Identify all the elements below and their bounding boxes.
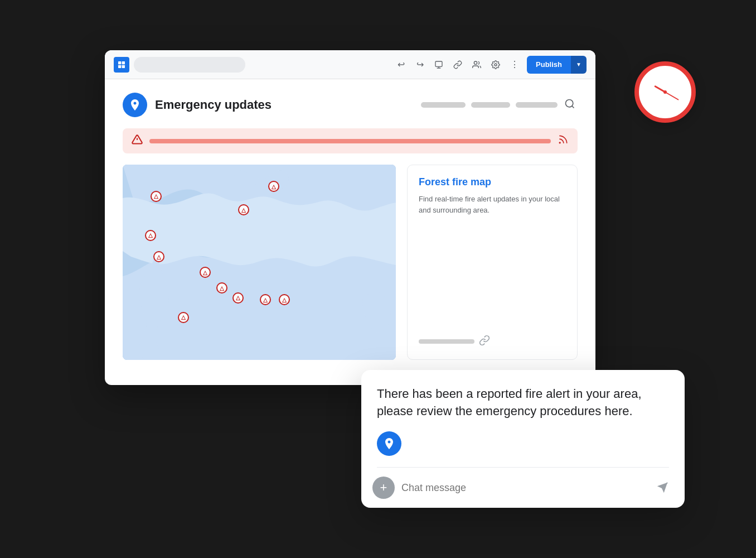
link-chain-icon[interactable] <box>479 335 490 348</box>
svg-rect-4 <box>435 61 442 66</box>
undo-icon[interactable]: ↩ <box>393 57 409 73</box>
chat-send-button[interactable] <box>651 477 673 499</box>
settings-icon[interactable] <box>488 57 503 73</box>
more-icon[interactable]: ⋮ <box>507 57 522 73</box>
browser-logo <box>114 57 129 73</box>
svg-rect-2 <box>118 65 121 68</box>
chat-message-input[interactable] <box>401 482 644 494</box>
fire-marker: △ <box>177 311 190 324</box>
publish-arrow-button[interactable]: ▼ <box>571 56 587 74</box>
chat-message-area: There has been a reported fire alert in … <box>361 370 685 467</box>
svg-line-10 <box>572 106 574 108</box>
clock-face <box>646 73 685 112</box>
nav-pills <box>421 102 558 108</box>
browser-window: ↩ ↪ ⋮ Publish ▼ <box>105 50 595 385</box>
site-header: Emergency updates <box>123 93 578 117</box>
fire-marker: △ <box>216 282 228 294</box>
toolbar-icons: ↩ ↪ ⋮ <box>393 57 522 73</box>
clock-center-dot <box>663 90 667 94</box>
main-content: △ △ △ △ △ △ <box>123 165 578 360</box>
svg-point-8 <box>495 64 497 66</box>
clock-minute-hand <box>665 92 679 100</box>
alert-banner <box>123 128 578 153</box>
website-content: Emergency updates <box>105 79 595 373</box>
site-title: Emergency updates <box>155 98 421 112</box>
fire-marker: △ <box>150 190 162 203</box>
chat-panel: There has been a reported fire alert in … <box>361 370 685 508</box>
svg-point-9 <box>566 100 573 107</box>
fire-card: Forest fire map Find real-time fire aler… <box>407 165 578 360</box>
alert-progress-bar <box>149 139 551 143</box>
nav-pill-1[interactable] <box>421 102 466 108</box>
site-logo <box>123 93 147 117</box>
nav-pill-3[interactable] <box>516 102 558 108</box>
fire-marker: △ <box>238 204 250 216</box>
redo-icon[interactable]: ↪ <box>412 57 428 73</box>
chat-message-text: There has been a reported fire alert in … <box>377 386 669 420</box>
fire-marker: △ <box>199 266 211 278</box>
fire-marker: △ <box>144 229 157 242</box>
fire-marker: △ <box>153 251 165 263</box>
fire-card-description: Find real-time fire alert updates in you… <box>419 194 566 215</box>
fire-card-title: Forest fire map <box>419 176 566 188</box>
svg-rect-1 <box>122 61 125 64</box>
chat-input-area: + <box>361 468 685 508</box>
browser-toolbar: ↩ ↪ ⋮ Publish ▼ <box>105 50 595 79</box>
svg-point-13 <box>559 142 560 143</box>
clock-circle <box>634 61 696 123</box>
fire-card-link-area <box>419 335 566 348</box>
publish-button[interactable]: Publish <box>527 56 571 74</box>
svg-marker-16 <box>657 483 667 493</box>
nav-pill-2[interactable] <box>471 102 510 108</box>
chat-add-button[interactable]: + <box>372 477 395 499</box>
fire-marker: △ <box>232 292 244 304</box>
fire-marker: △ <box>278 294 290 306</box>
frame-icon[interactable] <box>431 57 447 73</box>
svg-point-7 <box>474 61 477 64</box>
search-icon[interactable] <box>564 98 578 112</box>
scene: ↩ ↪ ⋮ Publish ▼ <box>71 50 685 508</box>
fire-marker: △ <box>268 180 280 193</box>
map-container: △ △ △ △ △ △ <box>123 165 396 360</box>
svg-rect-3 <box>122 65 125 68</box>
publish-btn-group: Publish ▼ <box>527 56 587 74</box>
people-icon[interactable] <box>469 57 484 73</box>
rss-icon <box>558 134 569 148</box>
fire-card-link-bar <box>419 339 474 344</box>
fire-marker: △ <box>259 294 272 306</box>
link-icon[interactable] <box>450 57 466 73</box>
svg-rect-0 <box>118 61 121 64</box>
alert-triangle-icon <box>132 134 143 148</box>
chat-avatar <box>377 431 401 456</box>
browser-title-bar <box>134 57 245 73</box>
